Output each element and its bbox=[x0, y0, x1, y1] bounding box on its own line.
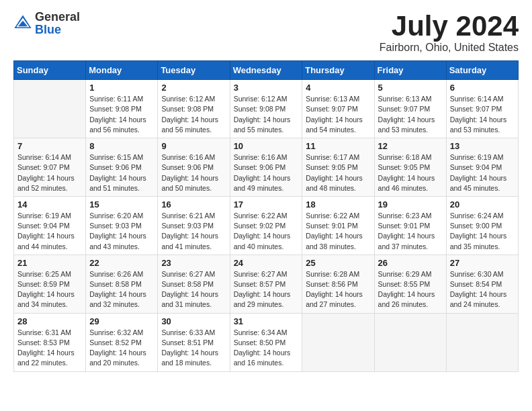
day-info: Sunrise: 6:13 AMSunset: 9:07 PMDaylight:… bbox=[378, 94, 443, 135]
day-number: 17 bbox=[234, 199, 299, 210]
calendar-cell: 23Sunrise: 6:27 AMSunset: 8:58 PMDayligh… bbox=[158, 255, 230, 313]
day-info: Sunrise: 6:33 AMSunset: 8:51 PMDaylight:… bbox=[161, 328, 226, 369]
calendar-cell: 7Sunrise: 6:14 AMSunset: 9:07 PMDaylight… bbox=[14, 138, 86, 197]
day-number: 31 bbox=[234, 316, 299, 326]
calendar-cell: 26Sunrise: 6:29 AMSunset: 8:55 PMDayligh… bbox=[374, 255, 446, 313]
calendar-cell: 2Sunrise: 6:12 AMSunset: 9:08 PMDaylight… bbox=[158, 80, 230, 138]
day-info: Sunrise: 6:21 AMSunset: 9:03 PMDaylight:… bbox=[161, 211, 226, 252]
day-info: Sunrise: 6:19 AMSunset: 9:04 PMDaylight:… bbox=[450, 152, 515, 193]
calendar-cell: 18Sunrise: 6:22 AMSunset: 9:01 PMDayligh… bbox=[302, 196, 374, 255]
calendar-cell: 4Sunrise: 6:13 AMSunset: 9:07 PMDaylight… bbox=[302, 80, 374, 138]
header-cell-monday: Monday bbox=[86, 61, 158, 80]
day-number: 16 bbox=[161, 199, 226, 210]
day-number: 8 bbox=[89, 141, 154, 151]
calendar-cell: 30Sunrise: 6:33 AMSunset: 8:51 PMDayligh… bbox=[158, 313, 230, 371]
day-info: Sunrise: 6:28 AMSunset: 8:56 PMDaylight:… bbox=[306, 269, 370, 310]
day-number: 1 bbox=[89, 83, 154, 93]
header-cell-thursday: Thursday bbox=[302, 61, 374, 80]
calendar-cell: 24Sunrise: 6:27 AMSunset: 8:57 PMDayligh… bbox=[230, 255, 302, 313]
calendar-week-row: 28Sunrise: 6:31 AMSunset: 8:53 PMDayligh… bbox=[14, 313, 519, 371]
calendar-cell: 31Sunrise: 6:34 AMSunset: 8:50 PMDayligh… bbox=[230, 313, 302, 371]
logo: General Blue bbox=[13, 11, 80, 36]
calendar-header-row: SundayMondayTuesdayWednesdayThursdayFrid… bbox=[14, 61, 519, 80]
day-number: 19 bbox=[378, 199, 443, 210]
day-info: Sunrise: 6:16 AMSunset: 9:06 PMDaylight:… bbox=[161, 152, 226, 193]
calendar-cell bbox=[14, 80, 86, 138]
calendar-cell: 3Sunrise: 6:12 AMSunset: 9:08 PMDaylight… bbox=[230, 80, 302, 138]
day-number: 22 bbox=[89, 258, 154, 268]
calendar-week-row: 7Sunrise: 6:14 AMSunset: 9:07 PMDaylight… bbox=[14, 138, 519, 197]
day-number: 27 bbox=[450, 258, 515, 268]
calendar-cell: 1Sunrise: 6:11 AMSunset: 9:08 PMDaylight… bbox=[86, 80, 158, 138]
calendar-cell: 19Sunrise: 6:23 AMSunset: 9:01 PMDayligh… bbox=[374, 196, 446, 255]
calendar-cell: 16Sunrise: 6:21 AMSunset: 9:03 PMDayligh… bbox=[158, 196, 230, 255]
generalblue-logo-icon bbox=[13, 14, 32, 33]
calendar-cell: 11Sunrise: 6:17 AMSunset: 9:05 PMDayligh… bbox=[302, 138, 374, 197]
calendar-cell: 22Sunrise: 6:26 AMSunset: 8:58 PMDayligh… bbox=[86, 255, 158, 313]
logo-general-text: General bbox=[35, 10, 80, 24]
day-number: 5 bbox=[378, 83, 443, 93]
day-number: 9 bbox=[161, 141, 226, 151]
day-number: 21 bbox=[17, 258, 82, 268]
day-number: 14 bbox=[17, 199, 82, 210]
day-number: 6 bbox=[450, 83, 515, 93]
header-cell-tuesday: Tuesday bbox=[158, 61, 230, 80]
calendar-cell: 28Sunrise: 6:31 AMSunset: 8:53 PMDayligh… bbox=[14, 313, 86, 371]
calendar-cell: 20Sunrise: 6:24 AMSunset: 9:00 PMDayligh… bbox=[446, 196, 518, 255]
header-cell-wednesday: Wednesday bbox=[230, 61, 302, 80]
day-number: 18 bbox=[306, 199, 370, 210]
day-info: Sunrise: 6:32 AMSunset: 8:52 PMDaylight:… bbox=[89, 328, 154, 369]
day-number: 30 bbox=[161, 316, 226, 326]
day-info: Sunrise: 6:16 AMSunset: 9:06 PMDaylight:… bbox=[234, 152, 299, 193]
day-info: Sunrise: 6:14 AMSunset: 9:07 PMDaylight:… bbox=[17, 152, 82, 193]
header: General Blue July 2024 Fairborn, Ohio, U… bbox=[13, 11, 519, 54]
day-number: 28 bbox=[17, 316, 82, 326]
day-info: Sunrise: 6:31 AMSunset: 8:53 PMDaylight:… bbox=[17, 328, 82, 369]
calendar-week-row: 14Sunrise: 6:19 AMSunset: 9:04 PMDayligh… bbox=[14, 196, 519, 255]
day-info: Sunrise: 6:30 AMSunset: 8:54 PMDaylight:… bbox=[450, 269, 515, 310]
logo-text-container: General Blue bbox=[35, 11, 80, 36]
day-info: Sunrise: 6:27 AMSunset: 8:58 PMDaylight:… bbox=[161, 269, 226, 310]
calendar-cell: 27Sunrise: 6:30 AMSunset: 8:54 PMDayligh… bbox=[446, 255, 518, 313]
day-info: Sunrise: 6:22 AMSunset: 9:02 PMDaylight:… bbox=[234, 211, 299, 252]
day-info: Sunrise: 6:20 AMSunset: 9:03 PMDaylight:… bbox=[89, 211, 154, 252]
calendar-week-row: 1Sunrise: 6:11 AMSunset: 9:08 PMDaylight… bbox=[14, 80, 519, 138]
calendar-week-row: 21Sunrise: 6:25 AMSunset: 8:59 PMDayligh… bbox=[14, 255, 519, 313]
day-info: Sunrise: 6:18 AMSunset: 9:05 PMDaylight:… bbox=[378, 152, 443, 193]
day-info: Sunrise: 6:27 AMSunset: 8:57 PMDaylight:… bbox=[234, 269, 299, 310]
day-number: 7 bbox=[17, 141, 82, 151]
day-info: Sunrise: 6:15 AMSunset: 9:06 PMDaylight:… bbox=[89, 152, 154, 193]
day-number: 20 bbox=[450, 199, 515, 210]
day-number: 3 bbox=[234, 83, 299, 93]
calendar-cell: 17Sunrise: 6:22 AMSunset: 9:02 PMDayligh… bbox=[230, 196, 302, 255]
day-number: 15 bbox=[89, 199, 154, 210]
calendar-cell: 15Sunrise: 6:20 AMSunset: 9:03 PMDayligh… bbox=[86, 196, 158, 255]
calendar-cell bbox=[446, 313, 518, 371]
day-number: 4 bbox=[306, 83, 370, 93]
day-info: Sunrise: 6:26 AMSunset: 8:58 PMDaylight:… bbox=[89, 269, 154, 310]
calendar-cell: 12Sunrise: 6:18 AMSunset: 9:05 PMDayligh… bbox=[374, 138, 446, 197]
day-number: 29 bbox=[89, 316, 154, 326]
day-info: Sunrise: 6:22 AMSunset: 9:01 PMDaylight:… bbox=[306, 211, 370, 252]
calendar-cell: 6Sunrise: 6:14 AMSunset: 9:07 PMDaylight… bbox=[446, 80, 518, 138]
day-info: Sunrise: 6:34 AMSunset: 8:50 PMDaylight:… bbox=[234, 328, 299, 369]
day-number: 12 bbox=[378, 141, 443, 151]
calendar-cell: 13Sunrise: 6:19 AMSunset: 9:04 PMDayligh… bbox=[446, 138, 518, 197]
calendar-cell: 14Sunrise: 6:19 AMSunset: 9:04 PMDayligh… bbox=[14, 196, 86, 255]
calendar-cell: 21Sunrise: 6:25 AMSunset: 8:59 PMDayligh… bbox=[14, 255, 86, 313]
calendar-cell: 8Sunrise: 6:15 AMSunset: 9:06 PMDaylight… bbox=[86, 138, 158, 197]
day-info: Sunrise: 6:23 AMSunset: 9:01 PMDaylight:… bbox=[378, 211, 443, 252]
day-number: 10 bbox=[234, 141, 299, 151]
header-cell-sunday: Sunday bbox=[14, 61, 86, 80]
day-number: 25 bbox=[306, 258, 370, 268]
day-number: 26 bbox=[378, 258, 443, 268]
day-info: Sunrise: 6:17 AMSunset: 9:05 PMDaylight:… bbox=[306, 152, 370, 193]
day-info: Sunrise: 6:19 AMSunset: 9:04 PMDaylight:… bbox=[17, 211, 82, 252]
header-cell-friday: Friday bbox=[374, 61, 446, 80]
calendar-cell bbox=[374, 313, 446, 371]
calendar-cell: 25Sunrise: 6:28 AMSunset: 8:56 PMDayligh… bbox=[302, 255, 374, 313]
day-info: Sunrise: 6:24 AMSunset: 9:00 PMDaylight:… bbox=[450, 211, 515, 252]
calendar-cell bbox=[302, 313, 374, 371]
day-info: Sunrise: 6:13 AMSunset: 9:07 PMDaylight:… bbox=[306, 94, 370, 135]
day-number: 24 bbox=[234, 258, 299, 268]
